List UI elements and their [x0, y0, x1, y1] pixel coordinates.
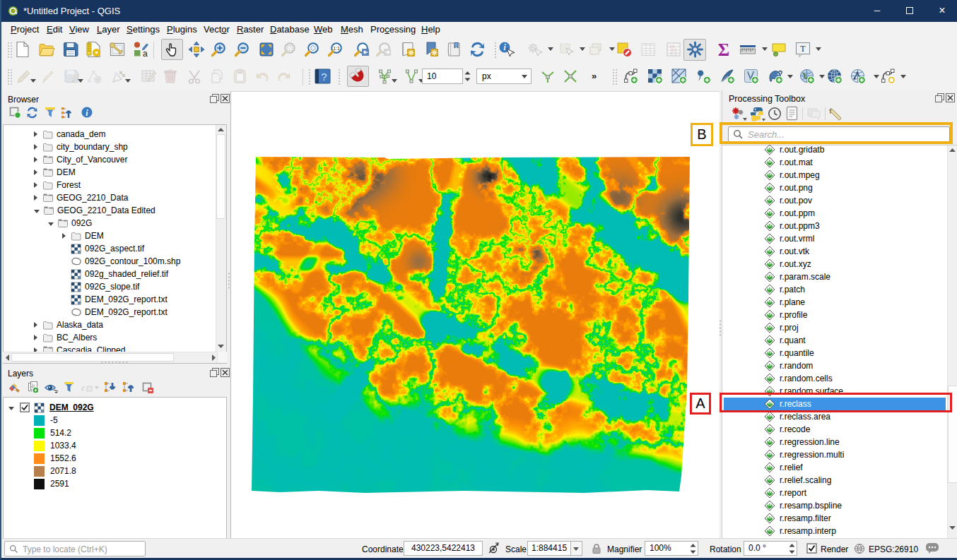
svg-text:a: a — [143, 49, 148, 59]
svg-text:1:1: 1:1 — [333, 46, 340, 51]
svg-text:Σ: Σ — [718, 41, 729, 58]
svg-text:?: ? — [321, 71, 327, 83]
svg-text:T: T — [800, 44, 806, 54]
